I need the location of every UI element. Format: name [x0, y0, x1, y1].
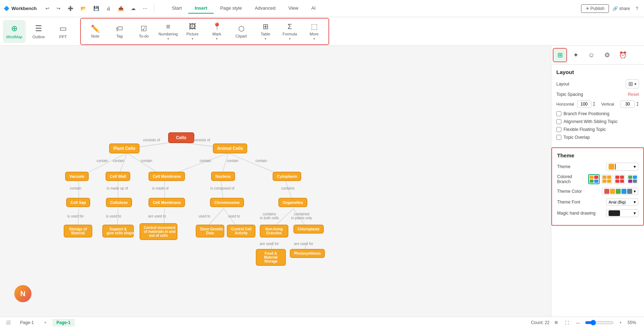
- panel-clock-icon[interactable]: ⏰: [616, 48, 630, 62]
- tab-advanced[interactable]: Advanced: [248, 3, 282, 14]
- mode-mindmap[interactable]: ⊕ MindMap: [3, 20, 26, 43]
- mark-button[interactable]: 📍 Mark ▾: [205, 20, 228, 43]
- panel-sparkle-icon[interactable]: ✦: [569, 48, 583, 62]
- picture-caret: ▾: [192, 37, 193, 40]
- zoom-slider[interactable]: [585, 320, 614, 325]
- export-button[interactable]: 📤: [116, 4, 126, 13]
- tab-ai[interactable]: AI: [305, 3, 322, 14]
- panel-toggle[interactable]: ›: [551, 49, 551, 61]
- publish-button[interactable]: ✈ Publish: [581, 4, 609, 13]
- undo-button[interactable]: ↩: [43, 4, 52, 13]
- insert-toolbar: ✏️ Note 🏷 Tag ☑ To-do ≡ Numbering ▾ 🖼 Pi…: [80, 18, 329, 45]
- table-button[interactable]: ⊞ Table ▾: [254, 20, 277, 43]
- tab-page-style[interactable]: Page style: [214, 3, 248, 14]
- node-nonliving[interactable]: Non-livingGranules: [260, 225, 288, 238]
- layout-section: Layout Layout ⊞ ▾ Topic Spacing Reset Ho…: [551, 65, 644, 147]
- new-button[interactable]: ➕: [65, 4, 75, 13]
- fullscreen-button[interactable]: ⛶: [563, 320, 571, 325]
- theme-font-dropdown[interactable]: Arial (Big) ▾: [606, 199, 638, 206]
- node-cells[interactable]: Cells: [168, 132, 194, 143]
- node-cellulose[interactable]: Cellulose: [106, 198, 132, 207]
- colored-branch-option-4[interactable]: [627, 174, 638, 184]
- tab-insert[interactable]: Insert: [188, 3, 214, 14]
- panel-layout-icon[interactable]: ⊞: [553, 48, 567, 62]
- mode-outline[interactable]: ☰ Outline: [27, 20, 50, 43]
- theme-color-dropdown[interactable]: ▾: [602, 188, 638, 195]
- numbering-caret: ▾: [167, 37, 169, 40]
- node-vacuole[interactable]: Vacuole: [65, 172, 89, 181]
- add-page-button[interactable]: ＋: [41, 319, 49, 326]
- mode-ppt[interactable]: ▭ PPT: [52, 20, 74, 43]
- panel-settings-icon[interactable]: ⚙: [600, 48, 614, 62]
- node-cell-sap[interactable]: Cell Sap: [66, 198, 90, 207]
- vertical-down[interactable]: ▼: [636, 104, 639, 107]
- edge-label: are used to: [148, 214, 166, 218]
- tab-view[interactable]: View: [282, 3, 305, 14]
- clipart-button[interactable]: ⬡ Clipart: [230, 20, 253, 43]
- node-food[interactable]: Food &MaterialStorage: [256, 249, 286, 266]
- alignment-sibling-checkbox[interactable]: [556, 119, 561, 124]
- toolbar-row: ⊕ MindMap ☰ Outline ▭ PPT ✏️ Note 🏷 Tag …: [0, 17, 644, 46]
- panel-smiley-icon[interactable]: ☺: [584, 48, 599, 62]
- colored-branch-option-1[interactable]: [588, 174, 600, 184]
- colored-branch-option-2[interactable]: [601, 174, 613, 184]
- colored-branch-option-3[interactable]: [614, 174, 625, 184]
- active-page-tab[interactable]: Page-1: [52, 319, 75, 327]
- branch-free-checkbox[interactable]: [556, 111, 561, 116]
- panel-toggle-button[interactable]: ⬜: [4, 319, 13, 325]
- picture-button[interactable]: 🖼 Picture ▾: [181, 20, 204, 43]
- numbering-button[interactable]: ≡ Numbering ▾: [157, 20, 180, 43]
- horizontal-down[interactable]: ▼: [593, 104, 596, 107]
- node-chloroplasts[interactable]: Chloroplasts: [293, 225, 324, 234]
- vertical-input[interactable]: [620, 101, 635, 108]
- topic-overlap-row: Topic Overlap: [556, 135, 639, 140]
- node-photosynthesis[interactable]: Photosynthesis: [290, 249, 325, 258]
- canvas[interactable]: Cells Plant Cells Animal Cells consists …: [0, 46, 551, 317]
- more-button[interactable]: ⬚ More ▾: [303, 20, 326, 43]
- share-button[interactable]: 🔗 share: [613, 6, 630, 11]
- node-cell-membrane-2[interactable]: Cell Membrane: [148, 198, 185, 207]
- node-chromosome[interactable]: Chromosome: [210, 198, 244, 207]
- node-cytoplasm[interactable]: Cytoplasm: [273, 172, 301, 181]
- edge-label: contain: [97, 159, 108, 163]
- theme-dropdown[interactable]: ▾: [606, 163, 638, 171]
- theme-swatch-group: [609, 164, 616, 170]
- cloud-button[interactable]: ☁: [129, 4, 138, 13]
- todo-button[interactable]: ☑ To-do: [132, 20, 155, 43]
- edge-label: is used to: [106, 214, 121, 218]
- node-organelles[interactable]: Organelles: [278, 198, 307, 207]
- node-store-genetic[interactable]: Store GeneticData: [196, 225, 224, 238]
- node-storage[interactable]: Storage ofMaterial: [64, 225, 92, 238]
- edge-label: contain: [141, 159, 152, 163]
- more-options-button[interactable]: ⋯: [141, 4, 150, 13]
- zoom-in-button[interactable]: ＋: [616, 319, 625, 326]
- save-button[interactable]: 💾: [91, 4, 101, 13]
- redo-button[interactable]: ↪: [54, 4, 63, 13]
- print-button[interactable]: 🖨: [104, 4, 113, 13]
- node-animal-cells[interactable]: Animal Cells: [213, 143, 247, 153]
- page-tab-1[interactable]: Page-1: [16, 319, 38, 327]
- help-button[interactable]: ?: [634, 4, 640, 13]
- todo-icon: ☑: [141, 24, 147, 33]
- node-plant-cells[interactable]: Plant Cells: [109, 143, 140, 153]
- open-button[interactable]: 📂: [78, 4, 88, 13]
- layout-dropdown[interactable]: ⊞ ▾: [626, 79, 639, 88]
- node-cell-wall[interactable]: Cell Wall: [106, 172, 130, 181]
- node-nucleus[interactable]: Nucleus: [211, 172, 235, 181]
- tab-start[interactable]: Start: [166, 3, 188, 14]
- horizontal-input[interactable]: [577, 101, 591, 108]
- magic-hand-dropdown[interactable]: ▾: [606, 209, 638, 217]
- node-control-move[interactable]: Control movementof materials in andout o…: [140, 223, 177, 240]
- flexible-floating-checkbox[interactable]: [556, 127, 561, 132]
- note-button[interactable]: ✏️ Note: [84, 20, 107, 43]
- formula-button[interactable]: Σ Formula ▾: [278, 20, 301, 43]
- zoom-out-button[interactable]: —: [574, 320, 582, 325]
- tag-button[interactable]: 🏷 Tag: [108, 20, 131, 43]
- reset-button[interactable]: Reset: [628, 92, 639, 97]
- node-cell-membrane-1[interactable]: Cell Membrane: [148, 172, 185, 181]
- bottom-right: Count: 22 ⊞ ⛶ — ＋ 55%: [531, 319, 640, 326]
- node-control-cell[interactable]: Control CellActivity: [227, 225, 255, 238]
- fit-button[interactable]: ⊞: [552, 319, 560, 325]
- node-support[interactable]: Support &give cells shape: [102, 225, 134, 238]
- topic-overlap-checkbox[interactable]: [556, 135, 561, 140]
